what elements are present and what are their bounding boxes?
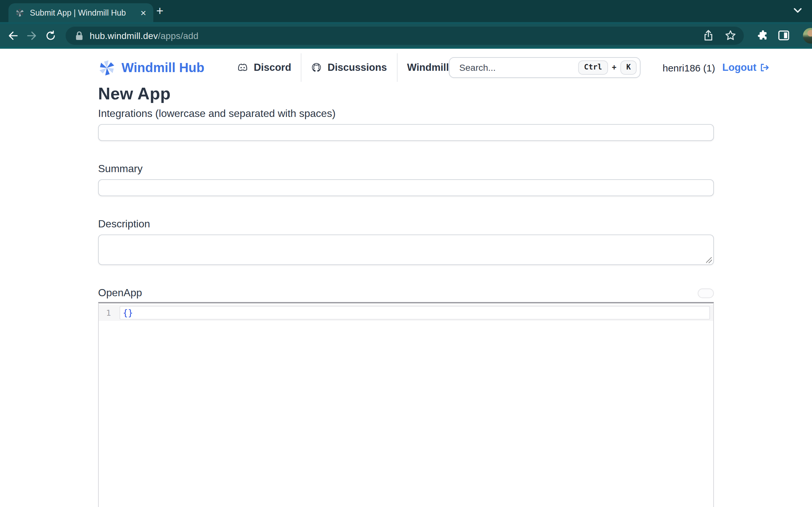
github-icon	[311, 62, 322, 73]
openapp-code-editor[interactable]: 1 {}	[98, 302, 714, 507]
browser-window: Submit App | Windmill Hub × + hub.windmi…	[0, 0, 812, 507]
username: henri186 (1)	[662, 62, 715, 73]
tab-close-icon[interactable]: ×	[139, 8, 148, 17]
summary-input[interactable]	[98, 179, 714, 196]
extensions-puzzle-icon[interactable]	[757, 30, 768, 41]
back-button[interactable]	[8, 30, 18, 41]
nav-item-discord[interactable]: Discord	[237, 62, 291, 73]
brand-name: Windmill Hub	[121, 60, 204, 75]
integrations-field: Integrations (lowercase and separated wi…	[98, 108, 714, 141]
profile-avatar[interactable]	[803, 27, 812, 43]
nav-label: Windmill	[407, 62, 449, 73]
nav-item-discussions[interactable]: Discussions	[311, 62, 387, 73]
search-box[interactable]: Ctrl + K	[449, 57, 640, 78]
share-icon[interactable]	[703, 30, 713, 41]
integrations-input[interactable]	[98, 124, 714, 141]
url-path: /apps/add	[158, 30, 198, 41]
kbd-plus: +	[612, 63, 617, 72]
reload-button[interactable]	[46, 30, 56, 41]
nav-separator	[301, 53, 302, 82]
site-header: Windmill Hub Discord	[98, 49, 714, 77]
code-text: {}	[123, 308, 133, 318]
description-field: Description	[98, 218, 714, 265]
logout-link[interactable]: Logout	[722, 62, 770, 73]
windmill-logo-icon	[98, 59, 116, 76]
textarea-resize-handle[interactable]	[706, 257, 712, 263]
openapp-label: OpenApp	[98, 287, 142, 299]
new-tab-button[interactable]: +	[151, 3, 168, 19]
page-body: Windmill Hub Discord	[0, 49, 812, 507]
description-label: Description	[98, 218, 714, 230]
logout-label: Logout	[722, 62, 756, 73]
user-area: henri186 (1) Logout	[662, 62, 770, 73]
forward-button[interactable]	[26, 30, 37, 41]
page-title: New App	[98, 84, 714, 104]
side-panel-icon[interactable]	[778, 31, 789, 40]
description-textarea[interactable]	[98, 234, 714, 265]
line-number: 1	[99, 305, 118, 321]
nav-separator	[397, 53, 397, 82]
url-text: hub.windmill.dev/apps/add	[90, 30, 198, 41]
summary-label: Summary	[98, 163, 714, 175]
integrations-label: Integrations (lowercase and separated wi…	[98, 108, 714, 119]
browser-tab[interactable]: Submit App | Windmill Hub ×	[8, 3, 153, 22]
nav-label: Discord	[254, 62, 291, 73]
tab-title: Submit App | Windmill Hub	[30, 8, 134, 17]
browser-toolbar: hub.windmill.dev/apps/add	[0, 22, 812, 47]
kbd-k: K	[620, 60, 637, 75]
main-nav: Discord Discussions Windmill	[237, 53, 449, 82]
summary-field: Summary	[98, 163, 714, 196]
lock-icon[interactable]	[75, 31, 83, 40]
active-line[interactable]: {}	[120, 306, 710, 320]
bookmark-star-icon[interactable]	[725, 30, 736, 41]
nav-label: Discussions	[328, 62, 387, 73]
brand-link[interactable]: Windmill Hub	[98, 59, 204, 76]
tab-search-chevron-icon[interactable]	[793, 7, 802, 14]
url-host: hub.windmill.dev	[90, 30, 158, 41]
openapp-header-row: OpenApp	[98, 287, 714, 299]
windmill-favicon-icon	[15, 8, 25, 17]
search-shortcut: Ctrl + K	[578, 60, 637, 75]
kbd-ctrl: Ctrl	[578, 60, 608, 75]
discord-icon	[237, 63, 248, 72]
url-bar[interactable]: hub.windmill.dev/apps/add	[66, 26, 744, 45]
nav-item-windmill[interactable]: Windmill	[407, 62, 449, 73]
search-input[interactable]	[458, 62, 578, 73]
logout-icon	[760, 62, 770, 73]
tab-strip: Submit App | Windmill Hub × +	[0, 0, 812, 22]
editor-toggle[interactable]	[698, 288, 714, 298]
